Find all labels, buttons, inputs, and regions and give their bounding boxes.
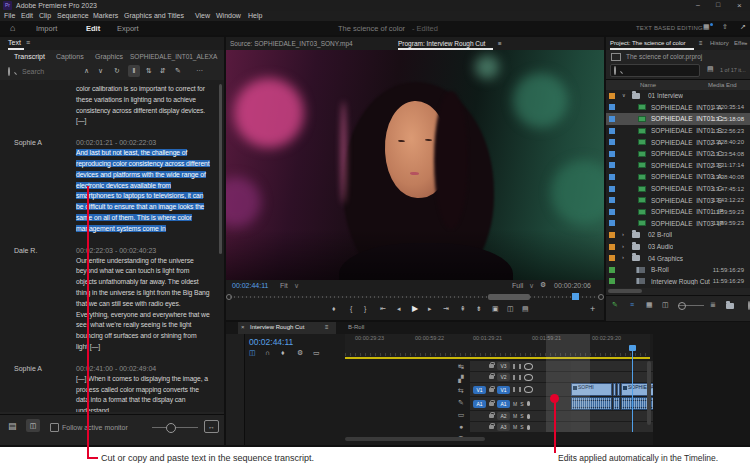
project-row-clip[interactable]: SOPHIEDALE_INT02_S 13:31:17:14 <box>606 160 750 172</box>
add-button-icon[interactable]: + <box>590 304 595 314</box>
item-name[interactable]: SOPHIEDALE_INT02_S <box>651 162 722 169</box>
media-browser-icon[interactable]: ▤ <box>707 65 714 73</box>
item-name[interactable]: 04 Graphics <box>648 255 683 262</box>
track-visibility-icon[interactable] <box>524 386 533 393</box>
menu-sequence[interactable]: Sequence <box>57 12 89 19</box>
extract-icon[interactable]: ⇟ <box>476 305 482 313</box>
label-color-swatch[interactable] <box>609 232 615 238</box>
timeline-video-clip[interactable] <box>613 383 616 396</box>
edit-pencil-icon[interactable]: ✎ <box>175 67 181 75</box>
project-file-row[interactable]: The science of color.prproj <box>606 50 750 62</box>
solo-button[interactable]: S <box>520 401 523 407</box>
comparison-view-icon[interactable]: ◫ <box>507 305 514 313</box>
history-tab[interactable]: History <box>710 40 729 46</box>
sync-lock-icon[interactable] <box>513 364 521 369</box>
project-item-list[interactable]: ∨ 01 Interview SOPHIEDALE_INT01_A 13:20:… <box>606 90 750 288</box>
label-color-swatch[interactable] <box>609 139 615 145</box>
scrubber-right-handle[interactable] <box>598 294 604 300</box>
project-search-field[interactable] <box>610 64 700 77</box>
thumbnail-zoom-knob[interactable] <box>678 302 686 310</box>
minimize-button[interactable]: – <box>696 1 700 8</box>
label-color-swatch[interactable] <box>609 278 615 284</box>
previous-match-icon[interactable]: ∧ <box>84 67 89 75</box>
segment-text[interactable]: [—] When it comes to displaying the imag… <box>76 374 210 412</box>
freeform-view-icon[interactable]: ◫ <box>662 301 669 309</box>
label-color-swatch[interactable] <box>609 104 615 110</box>
import-tab[interactable]: Import <box>36 24 57 33</box>
tab-captions[interactable]: Captions <box>56 53 84 60</box>
item-name[interactable]: Interview Rough Cut <box>651 278 710 285</box>
insert-icon[interactable]: ⇅ <box>146 67 152 75</box>
step-forward-icon[interactable]: ▸ <box>428 305 432 313</box>
timeline-video-clip[interactable] <box>617 383 620 396</box>
project-row-clip[interactable]: SOPHIEDALE_INT01_S 13:22:56:23 <box>606 125 750 137</box>
panel-menu-icon[interactable]: ≡ <box>498 40 502 47</box>
track-badge-a2[interactable]: A2 <box>497 412 510 420</box>
label-color-swatch[interactable] <box>609 209 615 215</box>
track-badge-a1[interactable]: A1 <box>497 400 510 408</box>
source-patch-v1[interactable]: V1 <box>473 386 486 394</box>
label-color-swatch[interactable] <box>609 128 615 134</box>
timeline-ruler[interactable]: 00:00:29:23 00:00:59:22 00:01:29:21 00:0… <box>345 334 650 358</box>
next-match-icon[interactable]: ∨ <box>98 67 103 75</box>
voice-over-record-icon[interactable] <box>527 401 530 406</box>
text-size-slider-knob[interactable] <box>166 423 176 433</box>
source-monitor-tab[interactable]: Source: SOPHIEDALE_INT03_SONY.mp4 <box>230 40 353 47</box>
timeline-audio-clip[interactable] <box>613 397 620 410</box>
sync-lock-icon[interactable] <box>513 387 521 392</box>
panel-menu-icon[interactable]: ≡ <box>699 40 703 46</box>
project-row-clip[interactable]: SOPHIEDALE_INT03_A 13:38:40:08 <box>606 171 750 183</box>
pen-tool-icon[interactable]: ✎ <box>455 398 467 408</box>
play-button-icon[interactable]: ▶ <box>412 304 418 313</box>
twirl-closed-icon[interactable]: › <box>622 231 624 237</box>
label-color-swatch[interactable] <box>609 220 615 226</box>
twirl-open-icon[interactable]: ∨ <box>622 92 626 98</box>
segment-text[interactable]: Our entire understanding of the universe… <box>76 256 210 353</box>
consolidate-duplicates-icon[interactable]: ▤ <box>8 421 17 431</box>
menu-clip[interactable]: Clip <box>39 12 51 19</box>
edit-tab[interactable]: Edit <box>86 24 100 33</box>
transcript-list[interactable]: color calibration is so important to cor… <box>0 80 224 412</box>
settings-wrench-icon[interactable]: ⚙ <box>540 281 546 289</box>
track-lock-icon[interactable] <box>489 425 494 429</box>
label-color-swatch[interactable] <box>609 197 615 203</box>
menu-edit[interactable]: Edit <box>21 12 33 19</box>
track-lock-icon[interactable] <box>489 402 494 406</box>
program-monitor-tab[interactable]: Program: Interview Rough Cut <box>398 40 485 47</box>
project-row-clip[interactable]: SOPHIEDALE_INT03_S 13:43:12:22 <box>606 194 750 206</box>
effects-tab[interactable]: Effe <box>734 40 745 46</box>
program-timecode[interactable]: 00:02:44:11 <box>232 282 268 289</box>
menu-markers[interactable]: Markers <box>93 12 118 19</box>
item-name[interactable]: SOPHIEDALE_INT03_S <box>651 197 722 204</box>
project-horizontal-scrollbar[interactable] <box>608 289 642 293</box>
item-name[interactable]: 03 Audio <box>648 243 673 250</box>
project-row-folder[interactable]: ∨ 01 Interview <box>606 90 750 102</box>
track-badge-v2[interactable]: V2 <box>497 373 510 381</box>
tab-graphics[interactable]: Graphics <box>95 53 123 60</box>
mark-out-icon[interactable]: } <box>364 305 366 312</box>
follow-active-monitor-checkbox[interactable] <box>50 423 59 432</box>
multi-camera-icon[interactable]: ▤ <box>522 305 529 313</box>
project-row-clip[interactable]: SOPHIEDALE_INT01_A 13:20:35:14 <box>606 102 750 114</box>
item-name[interactable]: SOPHIEDALE_INT02_A <box>651 139 722 146</box>
project-row-folder[interactable]: › 02 B-roll <box>606 229 750 241</box>
item-name[interactable]: B-Roll <box>651 266 669 273</box>
scrubber-playhead[interactable] <box>572 293 579 300</box>
timeline-timecode[interactable]: 00:02:44:11 <box>249 337 293 347</box>
fullscreen-icon[interactable]: ↗ <box>740 23 746 31</box>
scrubber-left-handle[interactable] <box>226 294 232 300</box>
ripple-edit-tool-icon[interactable]: ↹ <box>455 362 467 372</box>
mark-in-icon[interactable]: { <box>350 305 352 312</box>
icon-view-icon[interactable]: ▦ <box>646 301 653 309</box>
slip-tool-icon[interactable]: ⇆ <box>455 386 467 396</box>
program-video-frame[interactable] <box>226 50 604 280</box>
track-badge-a3[interactable]: A3 <box>497 423 510 431</box>
label-color-swatch[interactable] <box>609 186 615 192</box>
project-tab[interactable]: Project: The science of color <box>610 40 686 46</box>
linked-selection-icon[interactable]: ◫ <box>249 349 256 357</box>
timeline-tab-b-roll[interactable]: B-Roll <box>348 324 364 330</box>
project-row-clip[interactable]: SOPHIEDALE_INT03_IP 11:59:59:23 <box>606 218 750 230</box>
item-name[interactable]: SOPHIEDALE_INT01_A <box>651 104 722 111</box>
pause-filter-icon[interactable]: ‖ <box>128 65 140 77</box>
find-replace-icon[interactable]: ↻ <box>114 67 120 75</box>
